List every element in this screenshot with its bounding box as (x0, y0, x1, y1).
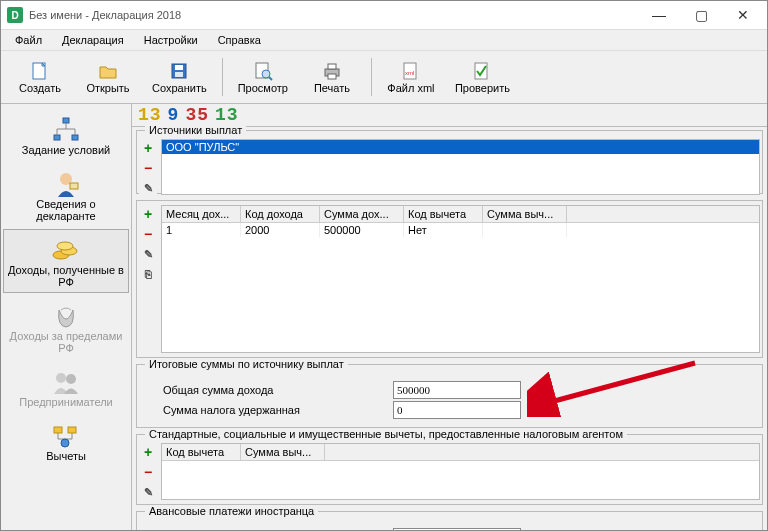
xml-button[interactable]: xml Файл xml (378, 57, 444, 97)
svg-rect-15 (72, 135, 78, 140)
remove-income-button[interactable]: − (139, 225, 157, 243)
check-button[interactable]: Проверить (446, 57, 519, 97)
print-button[interactable]: Печать (299, 57, 365, 97)
cell-dsum (483, 223, 567, 237)
deductions-group: Стандартные, социальные и имущественные … (136, 434, 763, 505)
menu-help[interactable]: Справка (210, 32, 269, 48)
save-button[interactable]: Сохранить (143, 57, 216, 97)
menu-declaration[interactable]: Декларация (54, 32, 132, 48)
sidebar-item-entrepreneurs[interactable]: Предприниматели (3, 361, 129, 413)
svg-point-5 (262, 70, 270, 78)
rate-tab-13b[interactable]: 13 (215, 106, 239, 124)
menubar: Файл Декларация Настройки Справка (1, 30, 767, 50)
app-icon: D (7, 7, 23, 23)
advance-group: Авансовые платежи иностранца Сумма фикси… (136, 511, 763, 530)
person-icon (50, 170, 82, 198)
edit-income-button[interactable]: ✎ (139, 245, 157, 263)
save-icon (168, 60, 190, 82)
cell-dcode: Нет (404, 223, 483, 237)
rate-tab-35[interactable]: 35 (185, 106, 209, 124)
col-dcode[interactable]: Код вычета (404, 206, 483, 222)
save-label: Сохранить (152, 82, 207, 94)
col-code[interactable]: Код дохода (241, 206, 320, 222)
totals-title: Итоговые суммы по источнику выплат (145, 358, 348, 370)
remove-deduction-button[interactable]: − (139, 463, 157, 481)
totals-group: Итоговые суммы по источнику выплат Общая… (136, 364, 763, 428)
svg-rect-12 (475, 63, 487, 79)
total-income-input[interactable] (393, 381, 521, 399)
menu-file[interactable]: Файл (7, 32, 50, 48)
advance-title: Авансовые платежи иностранца (145, 505, 318, 517)
income-group: + − ✎ ⎘ Месяц дох... Код дохода Сумма до… (136, 200, 763, 358)
create-button[interactable]: Создать (7, 57, 73, 97)
separator (371, 58, 372, 96)
printer-icon (321, 60, 343, 82)
add-deduction-button[interactable]: + (139, 443, 157, 461)
sidebar-label: Доходы за пределами РФ (6, 330, 126, 354)
fixed-payments-input[interactable] (393, 528, 521, 530)
check-label: Проверить (455, 82, 510, 94)
col-sum[interactable]: Сумма дох... (320, 206, 404, 222)
close-button[interactable]: ✕ (723, 4, 763, 26)
edit-source-button[interactable]: ✎ (139, 179, 157, 197)
tax-withheld-input[interactable] (393, 401, 521, 419)
svg-point-20 (57, 242, 73, 250)
svg-rect-13 (63, 118, 69, 123)
create-label: Создать (19, 82, 61, 94)
preview-icon (252, 60, 274, 82)
sources-list[interactable]: ООО "ПУЛЬС" (161, 139, 760, 195)
app-window: D Без имени - Декларация 2018 — ▢ ✕ Файл… (0, 0, 768, 531)
add-source-button[interactable]: + (139, 139, 157, 157)
sidebar-label: Сведения о декларанте (6, 198, 126, 222)
cell-code: 2000 (241, 223, 320, 237)
coins-icon (50, 236, 82, 264)
sidebar-label: Задание условий (22, 144, 110, 156)
sidebar-item-declarant[interactable]: Сведения о декларанте (3, 163, 129, 227)
preview-label: Просмотр (238, 82, 288, 94)
cell-month: 1 (162, 223, 241, 237)
sidebar-item-income-rf[interactable]: Доходы, полученные в РФ (3, 229, 129, 293)
col-dsum[interactable]: Сумма выч... (241, 444, 325, 460)
sidebar: Задание условий Сведения о декларанте До… (1, 104, 132, 530)
svg-rect-8 (328, 64, 336, 69)
svg-point-22 (66, 374, 76, 384)
menu-settings[interactable]: Настройки (136, 32, 206, 48)
sidebar-item-income-abroad[interactable]: Доходы за пределами РФ (3, 295, 129, 359)
income-table[interactable]: Месяц дох... Код дохода Сумма дох... Код… (161, 205, 760, 353)
xml-label: Файл xml (387, 82, 434, 94)
sources-title: Источники выплат (145, 124, 246, 136)
preview-button[interactable]: Просмотр (229, 57, 297, 97)
deductions-table[interactable]: Код вычета Сумма выч... (161, 443, 760, 500)
svg-line-6 (269, 77, 272, 80)
svg-text:xml: xml (405, 70, 414, 76)
sidebar-item-deductions[interactable]: Вычеты (3, 415, 129, 467)
rate-tab-9[interactable]: 9 (168, 106, 180, 124)
new-file-icon (29, 60, 51, 82)
deduct-icon (50, 422, 82, 450)
col-dcode[interactable]: Код вычета (162, 444, 241, 460)
tree-icon (50, 116, 82, 144)
source-row[interactable]: ООО "ПУЛЬС" (162, 140, 759, 154)
maximize-button[interactable]: ▢ (681, 4, 721, 26)
rate-tab-13a[interactable]: 13 (138, 106, 162, 124)
remove-source-button[interactable]: − (139, 159, 157, 177)
sidebar-label: Предприниматели (19, 396, 112, 408)
col-dsum[interactable]: Сумма выч... (483, 206, 567, 222)
svg-rect-23 (54, 427, 62, 433)
minimize-button[interactable]: — (639, 4, 679, 26)
bag-icon (50, 302, 82, 330)
col-month[interactable]: Месяц дох... (162, 206, 241, 222)
copy-income-button[interactable]: ⎘ (139, 265, 157, 283)
add-income-button[interactable]: + (139, 205, 157, 223)
tax-withheld-label: Сумма налога удержанная (163, 404, 393, 416)
sources-group: Источники выплат + − ✎ ООО "ПУЛЬС" (136, 130, 763, 194)
table-row[interactable]: 1 2000 500000 Нет (162, 223, 759, 237)
svg-rect-24 (68, 427, 76, 433)
main-panel: 13 9 35 13 Источники выплат + − ✎ ООО "П… (132, 104, 767, 530)
edit-deduction-button[interactable]: ✎ (139, 483, 157, 501)
xml-file-icon: xml (400, 60, 422, 82)
sidebar-item-conditions[interactable]: Задание условий (3, 109, 129, 161)
print-label: Печать (314, 82, 350, 94)
open-button[interactable]: Открыть (75, 57, 141, 97)
svg-point-25 (61, 439, 69, 447)
